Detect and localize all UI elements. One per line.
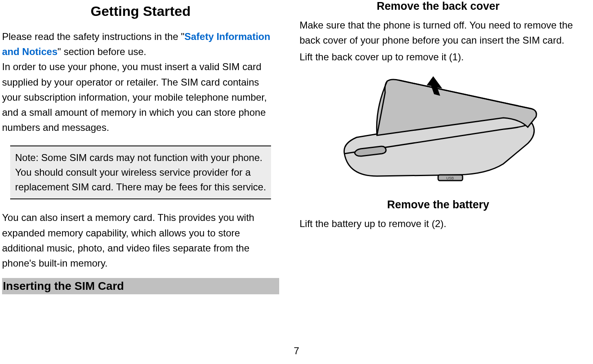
remove-cover-para1: Make sure that the phone is turned off. …	[300, 18, 577, 48]
page-number: 7	[294, 345, 299, 357]
intro-paragraph: Please read the safety instructions in t…	[2, 29, 279, 59]
remove-cover-para2: Lift the back cover up to remove it (1).	[300, 49, 577, 64]
remove-battery-para: Lift the battery up to remove it (2).	[300, 216, 577, 231]
svg-text:USB: USB	[446, 176, 454, 180]
section-heading-sim: Inserting the SIM Card	[2, 278, 279, 294]
battery-section: Remove the battery Lift the battery up t…	[300, 199, 577, 231]
memory-paragraph: You can also insert a memory card. This …	[2, 210, 279, 271]
phone-cover-illustration: USB	[324, 72, 552, 186]
sim-paragraph: In order to use your phone, you must ins…	[2, 59, 279, 135]
page-title: Getting Started	[2, 3, 279, 19]
note-box: Note: Some SIM cards may not function wi…	[10, 146, 271, 199]
left-column: Getting Started Please read the safety i…	[0, 0, 287, 364]
right-column: Remove the back cover Make sure that the…	[287, 0, 593, 364]
heading-remove-battery: Remove the battery	[300, 199, 577, 211]
intro-prefix: Please read the safety instructions in t…	[2, 31, 184, 42]
intro-suffix: " section before use.	[57, 46, 146, 57]
heading-remove-cover: Remove the back cover	[300, 0, 577, 13]
note-text: Note: Some SIM cards may not function wi…	[15, 152, 266, 192]
document-page: Getting Started Please read the safety i…	[0, 0, 593, 364]
